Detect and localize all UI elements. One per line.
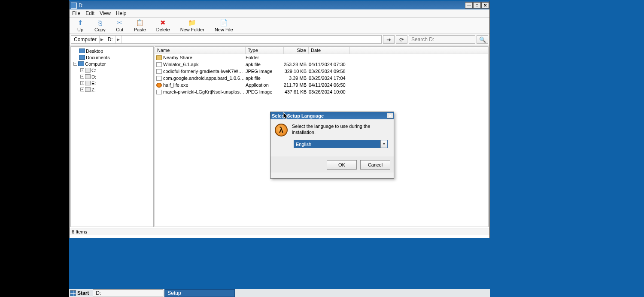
file-date: 04/11/2024 07:30	[309, 62, 350, 67]
column-date[interactable]: Date	[309, 47, 350, 54]
expand-icon[interactable]: +	[80, 88, 84, 91]
up-button[interactable]: ⬆Up	[76, 19, 84, 32]
new-folder-icon: 📁	[188, 19, 196, 27]
file-row[interactable]: Nearby ShareFolder	[155, 54, 488, 61]
tree-desktop[interactable]: Desktop	[71, 48, 153, 54]
file-type: JPEG Image	[246, 89, 284, 94]
dialog-titlebar[interactable]: Select Setup Language ✕	[270, 112, 394, 119]
taskbar-item[interactable]: Setup	[164, 289, 235, 297]
language-selected: English	[296, 142, 311, 147]
start-button[interactable]: Start	[69, 289, 91, 297]
file-size: 211.79 MB	[284, 82, 309, 88]
dialog-title: Select Setup Language	[272, 113, 324, 118]
paste-button[interactable]: 📋Paste	[134, 19, 146, 32]
menu-view[interactable]: View	[100, 10, 111, 16]
status-text: 6 Items	[72, 229, 87, 234]
file-type: JPEG Image	[246, 69, 284, 74]
cut-button[interactable]: ✂Cut	[116, 19, 124, 32]
file-name: codioful-formerly-gradienta-lweK7W…	[163, 69, 243, 74]
menu-help[interactable]: Help	[116, 10, 127, 16]
file-name: marek-piwnicki-LGgKrtjNsoI-unsplas…	[163, 89, 244, 94]
file-size: 437.61 KB	[284, 89, 309, 94]
file-type: Application	[246, 82, 284, 88]
file-name: Winlator_6.1.apk	[163, 62, 199, 67]
file-row[interactable]: codioful-formerly-gradienta-lweK7W…JPEG …	[155, 68, 488, 75]
new-folder-button[interactable]: 📁New Folder	[180, 19, 204, 32]
window-title: D:	[79, 3, 84, 9]
new-file-button[interactable]: 📄New File	[215, 19, 233, 32]
minimize-button[interactable]: —	[465, 2, 473, 9]
new-file-icon: 📄	[220, 19, 228, 27]
file-icon	[156, 55, 162, 60]
file-row[interactable]: half_life.exeApplication211.79 MB04/11/2…	[155, 82, 488, 88]
lambda-icon: λ	[275, 124, 288, 136]
delete-button[interactable]: ✖Delete	[156, 19, 170, 32]
expand-icon[interactable]: +	[80, 75, 84, 79]
tree-drive-z[interactable]: +Z:	[71, 86, 153, 93]
file-size: 3.39 MB	[284, 76, 309, 81]
file-icon	[156, 83, 162, 88]
breadcrumb-computer[interactable]: Computer	[71, 36, 99, 42]
breadcrumb-drive[interactable]: D:	[105, 36, 115, 42]
file-row[interactable]: com.google.android.apps.bard_1.0.6…apk f…	[155, 75, 488, 82]
collapse-icon[interactable]: −	[73, 62, 77, 66]
file-date: 03/25/2024 17:04	[309, 76, 350, 81]
file-type: apk file	[246, 76, 284, 81]
refresh-button[interactable]: ⟳	[396, 35, 407, 44]
address-bar: Computer ▶ D: ▶ ➜ ⟳ Search D: 🔍	[70, 34, 489, 45]
file-name: Nearby Share	[163, 55, 192, 60]
status-bar: 6 Items	[70, 228, 489, 235]
tree-drive-e[interactable]: +E:	[71, 80, 153, 86]
breadcrumb[interactable]: Computer ▶ D: ▶	[71, 35, 382, 44]
up-arrow-icon: ⬆	[76, 19, 84, 27]
toolbar: ⬆Up ⎘Copy ✂Cut 📋Paste ✖Delete 📁New Folde…	[70, 18, 489, 34]
window-icon	[71, 3, 77, 9]
search-input[interactable]: Search D:	[409, 35, 475, 44]
setup-language-dialog: Select Setup Language ✕ λ Select the lan…	[270, 112, 394, 179]
go-button[interactable]: ➜	[383, 35, 395, 44]
expand-icon[interactable]: +	[80, 81, 84, 85]
taskbar: Start D:Setup	[69, 289, 490, 297]
copy-icon: ⎘	[96, 19, 104, 27]
delete-icon: ✖	[159, 19, 167, 27]
dialog-close-button[interactable]: ✕	[387, 113, 393, 118]
ok-button[interactable]: OK	[327, 160, 357, 170]
file-date: 03/26/2024 10:00	[309, 89, 350, 94]
taskbar-item[interactable]: D:	[93, 289, 163, 297]
cancel-button[interactable]: Cancel	[360, 160, 390, 170]
tree-documents[interactable]: Documents	[71, 54, 153, 61]
file-row[interactable]: Winlator_6.1.apkapk file253.28 MB04/11/2…	[155, 61, 488, 68]
tree-computer[interactable]: −Computer	[71, 61, 153, 67]
file-icon	[156, 76, 162, 81]
folder-tree[interactable]: Desktop Documents −Computer +C: +D: +E: …	[70, 46, 154, 227]
chevron-right-icon[interactable]: ▶	[99, 36, 105, 43]
file-row[interactable]: marek-piwnicki-LGgKrtjNsoI-unsplas…JPEG …	[155, 88, 488, 95]
file-name: com.google.android.apps.bard_1.0.6…	[163, 76, 245, 81]
menu-edit[interactable]: Edit	[85, 10, 94, 16]
window-titlebar[interactable]: D: — □ ✕	[70, 1, 489, 9]
paste-icon: 📋	[136, 19, 144, 27]
tree-drive-c[interactable]: +C:	[71, 67, 153, 73]
column-size[interactable]: Size	[284, 47, 309, 54]
chevron-right-icon[interactable]: ▶	[115, 36, 122, 43]
menu-file[interactable]: File	[72, 10, 80, 16]
file-size: 329.10 KB	[284, 69, 309, 74]
file-icon	[156, 90, 162, 94]
menu-bar: File Edit View Help	[70, 9, 489, 18]
maximize-button[interactable]: □	[473, 2, 481, 9]
copy-button[interactable]: ⎘Copy	[94, 19, 106, 32]
search-placeholder: Search D:	[411, 36, 434, 42]
close-button[interactable]: ✕	[481, 2, 489, 9]
file-icon	[156, 69, 162, 74]
file-name: half_life.exe	[163, 82, 188, 88]
column-type[interactable]: Type	[246, 47, 284, 54]
file-size: 253.28 MB	[284, 62, 309, 67]
chevron-down-icon[interactable]: ▼	[380, 140, 387, 148]
expand-icon[interactable]: +	[80, 68, 84, 72]
file-type: apk file	[246, 62, 284, 67]
search-button[interactable]: 🔍	[477, 35, 488, 44]
tree-drive-d[interactable]: +D:	[71, 73, 153, 80]
language-select[interactable]: English ▼	[294, 140, 388, 148]
start-label: Start	[77, 290, 89, 296]
column-name[interactable]: Name	[155, 47, 246, 54]
